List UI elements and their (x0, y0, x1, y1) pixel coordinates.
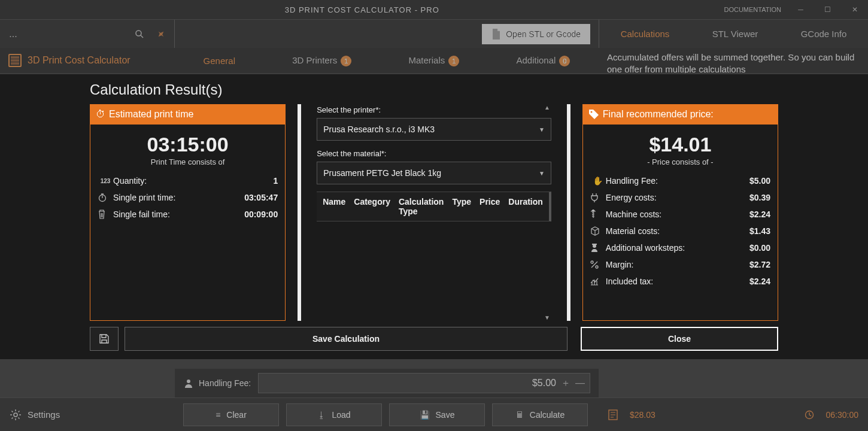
svg-point-2 (187, 380, 190, 383)
clock-icon: ⏱ (96, 109, 105, 120)
tax-value: $2.24 (749, 277, 770, 286)
time-subtitle: Print Time consists of (98, 157, 278, 166)
machine-costs-label: Machine costs: (606, 210, 749, 219)
tab-stl-viewer[interactable]: STL Viewer (712, 29, 758, 39)
col-price[interactable]: Price (479, 197, 500, 216)
tag-icon (588, 109, 599, 120)
printer-select[interactable]: Prusa Research s.r.o., i3 MK3 ▼ (317, 118, 551, 141)
receipt-icon (608, 409, 618, 420)
additional-badge: 0 (559, 56, 570, 66)
save-icon-button[interactable] (90, 327, 119, 351)
handling-fee-label: Handling Fee: (606, 176, 749, 186)
trash-icon (98, 210, 113, 219)
worker-icon (590, 243, 606, 253)
close-window-button[interactable]: ✕ (841, 0, 868, 19)
screw-icon (590, 210, 606, 219)
worksteps-table-header: Name Category Calculation Type Type Pric… (317, 192, 551, 221)
material-select-value: Prusament PETG Jet Black 1kg (323, 168, 441, 178)
open-file-button[interactable]: Open STL or Gcode (482, 24, 590, 44)
estimated-time-value: 03:15:00 (98, 133, 278, 156)
margin-value: $2.72 (749, 260, 770, 269)
material-select-label: Select the material*: (317, 149, 551, 158)
materials-badge: 1 (448, 56, 459, 66)
maximize-button[interactable]: ☐ (814, 0, 841, 19)
pin-icon[interactable] (154, 27, 168, 41)
person-icon (183, 378, 194, 388)
svg-point-3 (14, 413, 17, 417)
worksteps-value: $0.00 (749, 243, 770, 253)
svg-point-13 (591, 261, 593, 263)
printer-select-value: Prusa Research s.r.o., i3 MK3 (323, 125, 435, 134)
splitter-left[interactable] (298, 104, 301, 321)
price-subtitle: - Price consists of - (590, 157, 770, 166)
col-calculation-type[interactable]: Calculation Type (399, 197, 444, 216)
energy-costs-label: Energy costs: (606, 193, 749, 202)
single-print-value: 03:05:47 (244, 193, 278, 202)
scroll-down-icon[interactable]: ▼ (544, 314, 550, 321)
handling-fee-value: $5.00 (749, 176, 770, 186)
quantity-value: 1 (273, 176, 278, 186)
menu-dots[interactable]: ... (6, 27, 20, 41)
margin-label: Margin: (606, 260, 749, 269)
number-icon: 123 (98, 178, 113, 184)
hand-icon: ✋ (590, 176, 606, 186)
machine-costs-value: $2.24 (749, 210, 770, 219)
energy-costs-value: $0.39 (749, 193, 770, 202)
svg-line-15 (591, 262, 597, 268)
calculation-result-dialog: Calculation Result(s) ⏱ Estimated print … (0, 74, 868, 359)
col-category[interactable]: Category (354, 197, 390, 216)
col-duration[interactable]: Duration (508, 197, 543, 216)
open-file-label: Open STL or Gcode (506, 29, 581, 39)
app-name: 3D Print Cost Calculator (28, 55, 130, 66)
documentation-link[interactable]: DOCUMENTATION (718, 6, 787, 13)
plus-icon[interactable]: ＋ (561, 377, 570, 390)
worksteps-label: Additional worksteps: (606, 243, 749, 253)
gear-icon[interactable] (10, 409, 22, 421)
quantity-label: Quantity: (113, 176, 273, 186)
load-button[interactable]: ⭳Load (286, 403, 382, 426)
svg-point-10 (590, 111, 592, 113)
tab-gcode-info[interactable]: GCode Info (801, 29, 847, 39)
subtab-additional[interactable]: Additional0 (516, 55, 570, 66)
calculator-icon (8, 54, 22, 67)
tab-calculations[interactable]: Calculations (621, 29, 670, 39)
handling-fee-value: $5.00 (532, 378, 556, 388)
cube-icon (590, 226, 606, 236)
single-print-label: Single print time: (113, 193, 244, 202)
minimize-button[interactable]: ─ (787, 0, 814, 19)
col-name[interactable]: Name (323, 197, 345, 216)
search-icon[interactable] (132, 27, 147, 41)
single-fail-value: 00:09:00 (244, 210, 278, 219)
dialog-title: Calculation Result(s) (90, 81, 778, 98)
save-calculation-button[interactable]: Save Calculation (125, 327, 567, 351)
chevron-down-icon: ▼ (539, 126, 545, 133)
final-price-header: Final recommended price: (582, 104, 778, 125)
splitter-right[interactable] (567, 104, 570, 321)
plug-icon (590, 193, 606, 202)
svg-line-1 (141, 35, 143, 38)
svg-point-0 (136, 31, 141, 36)
chart-icon (590, 277, 606, 286)
settings-label[interactable]: Settings (28, 409, 60, 420)
info-text: Accumulated offers will be summed togeth… (599, 48, 868, 73)
scroll-up-icon[interactable]: ▲ (544, 104, 550, 111)
close-button[interactable]: Close (581, 327, 778, 351)
material-select[interactable]: Prusament PETG Jet Black 1kg ▼ (317, 162, 551, 184)
svg-point-14 (596, 266, 598, 268)
handling-fee-input[interactable]: $5.00 ＋ — (258, 373, 590, 393)
percent-icon (590, 260, 606, 269)
save-button[interactable]: 💾Save (389, 403, 485, 426)
subtab-printers[interactable]: 3D Printers1 (292, 55, 351, 66)
clear-button[interactable]: ≡Clear (183, 403, 279, 426)
minus-icon[interactable]: — (575, 378, 585, 388)
col-type[interactable]: Type (452, 197, 471, 216)
material-costs-label: Material costs: (606, 226, 749, 236)
subtab-general[interactable]: General (204, 56, 235, 66)
window-title: 3D PRINT COST CALCULATOR - PRO (6, 5, 718, 14)
printer-select-label: Select the printer*: (317, 105, 551, 114)
single-fail-label: Single fail time: (113, 210, 244, 219)
chevron-down-icon: ▼ (539, 170, 545, 177)
subtab-materials[interactable]: Materials1 (408, 55, 459, 66)
calculate-button[interactable]: 🖩Calculate (492, 403, 588, 426)
material-costs-value: $1.43 (749, 226, 770, 236)
